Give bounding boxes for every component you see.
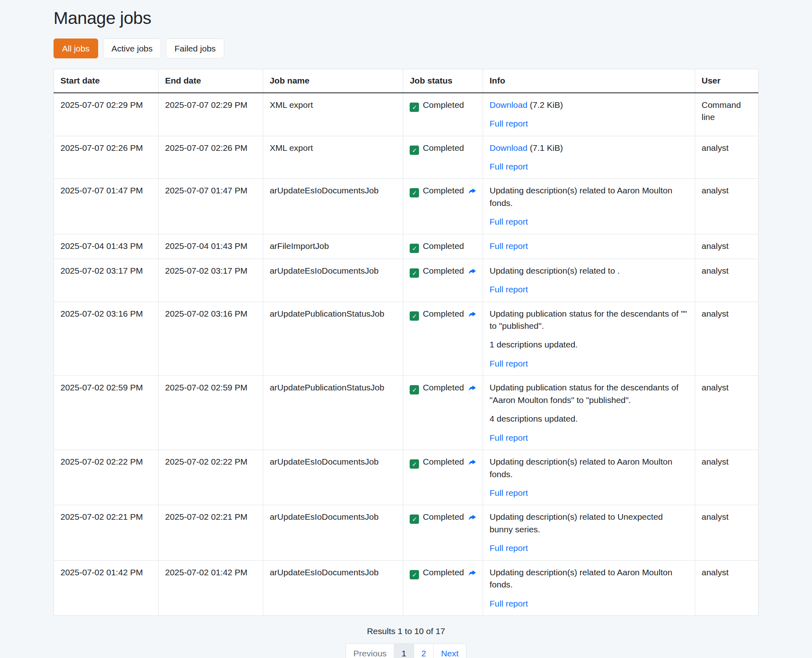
info-cell: Updating publication status for the desc… bbox=[483, 376, 695, 450]
job-row: 2025-07-02 03:16 PM2025-07-02 03:16 PMar… bbox=[54, 302, 758, 376]
user-cell: analyst bbox=[695, 505, 758, 560]
job-status-cell: ✓Completed bbox=[403, 450, 483, 505]
pagination-next[interactable]: Next bbox=[433, 643, 466, 658]
full-report-line: Full report bbox=[490, 358, 688, 370]
filter-active-jobs-button[interactable]: Active jobs bbox=[103, 39, 161, 58]
user-cell: analyst bbox=[695, 302, 758, 376]
info-message: Updating description(s) related to Aaron… bbox=[490, 456, 688, 480]
job-status-label: Completed bbox=[423, 457, 464, 466]
full-report-line: Full report bbox=[490, 118, 688, 130]
job-status-label: Completed bbox=[423, 309, 464, 318]
share-arrow-icon bbox=[468, 458, 476, 466]
full-report-line: Full report bbox=[490, 240, 688, 252]
full-report-line: Full report bbox=[490, 542, 688, 554]
end-date-cell: 2025-07-04 01:43 PM bbox=[158, 234, 263, 259]
user-cell: analyst bbox=[695, 259, 758, 302]
job-name-cell: arUpdatePublicationStatusJob bbox=[263, 302, 403, 376]
info-message: Updating publication status for the desc… bbox=[490, 382, 688, 406]
full-report-link[interactable]: Full report bbox=[490, 241, 528, 251]
manage-jobs-page: Manage jobs All jobs Active jobs Failed … bbox=[0, 0, 812, 658]
info-cell: Full report bbox=[483, 234, 695, 259]
job-status-cell: ✓Completed bbox=[403, 376, 483, 450]
end-date-cell: 2025-07-07 02:26 PM bbox=[158, 136, 263, 179]
completed-check-icon: ✓ bbox=[410, 146, 419, 155]
filter-failed-jobs-button[interactable]: Failed jobs bbox=[166, 39, 224, 58]
end-date-cell: 2025-07-07 02:29 PM bbox=[158, 93, 263, 136]
start-date-cell: 2025-07-02 03:16 PM bbox=[54, 302, 159, 376]
job-row: 2025-07-02 02:59 PM2025-07-02 02:59 PMar… bbox=[54, 376, 758, 450]
info-message: Updating description(s) related to Unexp… bbox=[490, 511, 688, 536]
job-row: 2025-07-04 01:43 PM2025-07-04 01:43 PMar… bbox=[54, 234, 758, 259]
completed-check-icon: ✓ bbox=[410, 570, 419, 579]
user-cell: analyst bbox=[695, 450, 758, 505]
full-report-line: Full report bbox=[490, 161, 688, 173]
end-date-cell: 2025-07-07 01:47 PM bbox=[158, 179, 263, 234]
full-report-link[interactable]: Full report bbox=[490, 217, 528, 226]
full-report-line: Full report bbox=[490, 216, 688, 228]
full-report-link[interactable]: Full report bbox=[490, 433, 528, 442]
full-report-line: Full report bbox=[490, 598, 688, 610]
job-name-cell: arUpdateEsIoDocumentsJob bbox=[263, 505, 403, 560]
share-arrow-icon bbox=[468, 513, 476, 521]
share-arrow-icon bbox=[468, 186, 476, 195]
jobs-table: Start date End date Job name Job status … bbox=[54, 69, 758, 616]
full-report-line: Full report bbox=[490, 432, 688, 444]
completed-check-icon: ✓ bbox=[410, 103, 419, 112]
job-status-label: Completed bbox=[423, 186, 464, 195]
page-title: Manage jobs bbox=[54, 8, 758, 28]
user-cell: analyst bbox=[695, 376, 758, 450]
job-row: 2025-07-07 02:26 PM2025-07-07 02:26 PMXM… bbox=[54, 136, 758, 179]
job-status-cell: ✓Completed bbox=[403, 93, 483, 136]
pagination-page-2[interactable]: 2 bbox=[414, 643, 434, 658]
job-name-cell: XML export bbox=[263, 136, 403, 179]
info-message: Updating publication status for the desc… bbox=[490, 308, 688, 332]
start-date-cell: 2025-07-07 02:26 PM bbox=[54, 136, 159, 179]
completed-check-icon: ✓ bbox=[410, 311, 419, 321]
job-name-cell: XML export bbox=[263, 93, 403, 136]
info-cell: Updating publication status for the desc… bbox=[483, 302, 695, 376]
start-date-cell: 2025-07-02 02:22 PM bbox=[54, 450, 159, 505]
end-date-cell: 2025-07-02 03:17 PM bbox=[158, 259, 263, 302]
job-status-cell: ✓Completed bbox=[403, 560, 483, 615]
full-report-link[interactable]: Full report bbox=[490, 285, 528, 294]
job-name-cell: arUpdateEsIoDocumentsJob bbox=[263, 450, 403, 505]
job-name-cell: arUpdateEsIoDocumentsJob bbox=[263, 179, 403, 234]
job-status-label: Completed bbox=[423, 143, 464, 152]
column-header-start-date: Start date bbox=[54, 69, 159, 93]
completed-check-icon: ✓ bbox=[410, 188, 419, 197]
job-status-label: Completed bbox=[423, 568, 464, 577]
full-report-link[interactable]: Full report bbox=[490, 119, 528, 128]
full-report-link[interactable]: Full report bbox=[490, 359, 528, 368]
full-report-link[interactable]: Full report bbox=[490, 543, 528, 553]
info-message: 1 descriptions updated. bbox=[490, 339, 688, 351]
info-cell: Updating description(s) related to Aaron… bbox=[483, 179, 695, 234]
job-name-cell: arUpdatePublicationStatusJob bbox=[263, 376, 403, 450]
pagination-page-1[interactable]: 1 bbox=[394, 643, 414, 658]
job-row: 2025-07-02 03:17 PM2025-07-02 03:17 PMar… bbox=[54, 259, 758, 302]
completed-check-icon: ✓ bbox=[410, 268, 419, 278]
start-date-cell: 2025-07-04 01:43 PM bbox=[54, 234, 159, 259]
download-link[interactable]: Download bbox=[490, 143, 527, 152]
full-report-link[interactable]: Full report bbox=[490, 162, 528, 171]
full-report-link[interactable]: Full report bbox=[490, 488, 528, 497]
pagination-previous[interactable]: Previous bbox=[346, 643, 394, 658]
user-cell: Command line bbox=[695, 93, 758, 136]
full-report-line: Full report bbox=[490, 487, 688, 499]
share-arrow-icon bbox=[468, 568, 476, 577]
info-message: Updating description(s) related to Aaron… bbox=[490, 566, 688, 591]
column-header-info: Info bbox=[483, 69, 695, 93]
download-size: (7.1 KiB) bbox=[530, 143, 563, 152]
job-name-cell: arFileImportJob bbox=[263, 234, 403, 259]
completed-check-icon: ✓ bbox=[410, 244, 419, 253]
job-status-cell: ✓Completed bbox=[403, 179, 483, 234]
user-cell: analyst bbox=[695, 560, 758, 615]
user-cell: analyst bbox=[695, 179, 758, 234]
download-link[interactable]: Download bbox=[490, 100, 527, 109]
info-message: Updating description(s) related to . bbox=[490, 265, 688, 277]
start-date-cell: 2025-07-02 03:17 PM bbox=[54, 259, 159, 302]
info-cell: Updating description(s) related to .Full… bbox=[483, 259, 695, 302]
filter-all-jobs-button[interactable]: All jobs bbox=[54, 39, 98, 58]
full-report-link[interactable]: Full report bbox=[490, 599, 528, 608]
full-report-line: Full report bbox=[490, 283, 688, 296]
job-status-label: Completed bbox=[423, 241, 464, 251]
